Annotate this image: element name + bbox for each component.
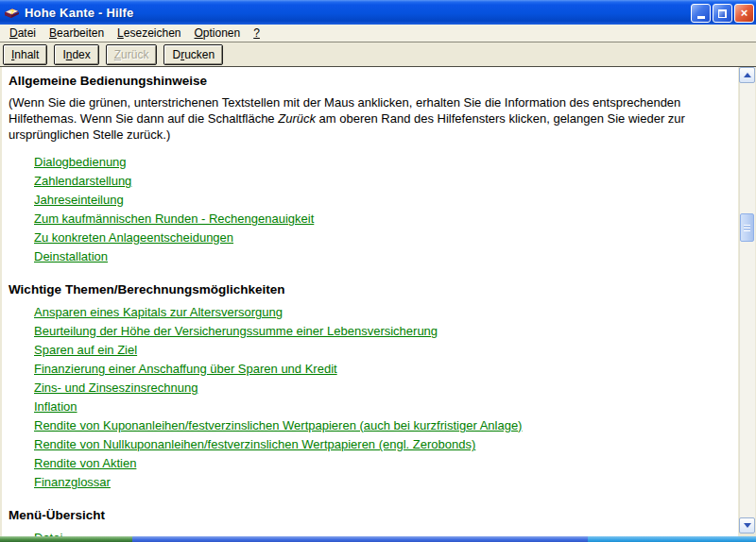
link-kaufmaennisches-runden[interactable]: Zum kaufmännischen Runden - Rechengenaui… xyxy=(34,210,314,229)
arrow-up-icon xyxy=(744,73,751,77)
menu-datei[interactable]: Datei xyxy=(3,25,43,42)
link-ansparen-kapital[interactable]: Ansparen eines Kapitals zur Altersversor… xyxy=(34,303,283,322)
close-icon: × xyxy=(741,7,748,19)
link-anlageentscheidungen[interactable]: Zu konkreten Anlageentscheidungen xyxy=(34,229,233,247)
help-book-icon: ? xyxy=(4,5,20,20)
link-list-bedienung: Dialogbedienung Zahlendarstellung Jahres… xyxy=(7,153,729,266)
link-zinseszinsrechnung[interactable]: Zins- und Zinseszinsrechnung xyxy=(34,379,198,398)
link-list-menue: Datei xyxy=(7,529,729,536)
taskbar-main-sliver[interactable] xyxy=(132,536,588,542)
scroll-up-button[interactable] xyxy=(739,67,755,83)
link-inflation[interactable]: Inflation xyxy=(34,398,77,416)
menu-optionen[interactable]: Optionen xyxy=(188,25,248,42)
inhalt-button[interactable]: Inhalt xyxy=(3,44,47,65)
start-button-sliver[interactable] xyxy=(0,536,132,542)
desktop-screen: ? Hohe Kante - Hilfe × Datei Bearbeiten … xyxy=(0,0,756,542)
link-versicherungssumme[interactable]: Beurteilung der Höhe der Versicherungssu… xyxy=(34,322,438,341)
link-sparen-ziel[interactable]: Sparen auf ein Ziel xyxy=(34,341,137,360)
taskbar-tray-sliver[interactable] xyxy=(588,536,756,542)
minimize-icon xyxy=(697,16,705,19)
section-heading-wichtige-themen: Wichtige Themen/Berechnungsmöglichkeiten xyxy=(9,282,729,297)
link-jahreseinteilung[interactable]: Jahreseinteilung xyxy=(34,191,124,210)
link-rendite-nullkuponanleihen[interactable]: Rendite von Nullkuponanleihen/festverzin… xyxy=(34,435,475,454)
link-zahlendarstellung[interactable]: Zahlendarstellung xyxy=(34,172,131,191)
intro-paragraph: (Wenn Sie die grünen, unterstrichenen Te… xyxy=(9,94,729,143)
link-list-themen: Ansparen eines Kapitals zur Altersversor… xyxy=(7,303,729,492)
help-content: Allgemeine Bedienungshinweise (Wenn Sie … xyxy=(2,67,738,536)
menu-bearbeiten[interactable]: Bearbeiten xyxy=(43,25,111,42)
restore-icon xyxy=(718,9,727,18)
section-heading-menue-uebersicht: Menü-Übersicht xyxy=(9,508,729,523)
toolbar: Inhalt Index Zurück Drucken xyxy=(0,43,756,67)
menu-lesezeichen[interactable]: Lesezeichen xyxy=(111,25,187,42)
section-heading-bedienungshinweise: Allgemeine Bedienungshinweise xyxy=(9,74,729,89)
zurueck-button: Zurück xyxy=(106,44,158,65)
menubar: Datei Bearbeiten Lesezeichen Optionen ? xyxy=(0,25,756,42)
link-rendite-kuponanleihen[interactable]: Rendite von Kuponanleihen/festverzinslic… xyxy=(34,416,522,435)
window-controls: × xyxy=(691,4,754,23)
window-title: Hohe Kante - Hilfe xyxy=(25,6,134,20)
arrow-down-icon xyxy=(744,523,751,528)
link-dialogbedienung[interactable]: Dialogbedienung xyxy=(34,153,127,172)
link-deinstallation[interactable]: Deinstallation xyxy=(34,247,108,266)
index-button[interactable]: Index xyxy=(54,44,98,65)
link-rendite-aktien[interactable]: Rendite von Aktien xyxy=(34,454,136,473)
titlebar[interactable]: ? Hohe Kante - Hilfe × xyxy=(0,0,756,25)
minimize-button[interactable] xyxy=(691,4,711,23)
link-finanzierung-anschaffung[interactable]: Finanzierung einer Anschaffung über Spar… xyxy=(34,360,337,379)
taskbar-sliver xyxy=(0,536,756,542)
vertical-scrollbar[interactable] xyxy=(739,67,755,534)
scroll-down-button[interactable] xyxy=(739,517,755,534)
link-datei[interactable]: Datei xyxy=(34,529,62,536)
svg-text:?: ? xyxy=(10,8,14,15)
scrollbar-thumb[interactable] xyxy=(740,213,754,242)
close-button[interactable]: × xyxy=(734,4,754,23)
menu-help[interactable]: ? xyxy=(247,25,266,42)
drucken-button[interactable]: Drucken xyxy=(163,44,223,65)
link-finanzglossar[interactable]: Finanzglossar xyxy=(34,473,111,492)
restore-button[interactable] xyxy=(713,4,732,23)
